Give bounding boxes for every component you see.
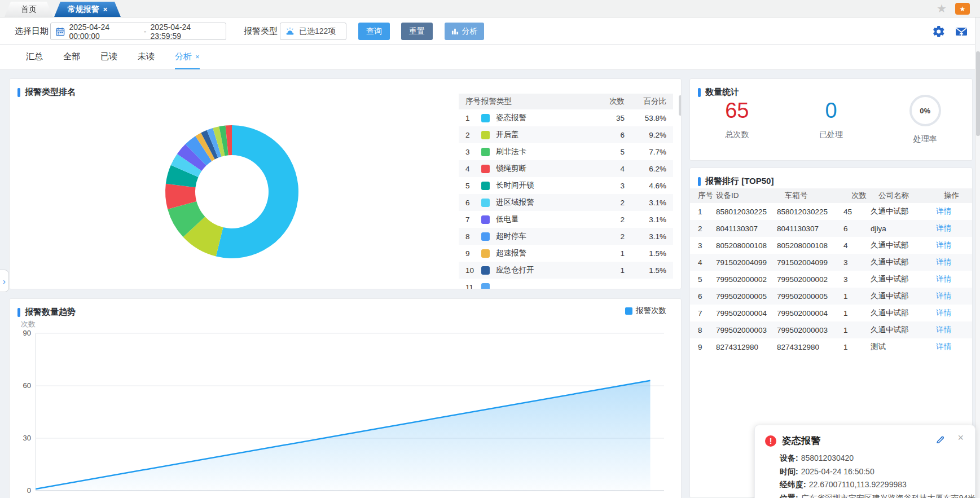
tab-regular-alarm[interactable]: 常规报警 ×: [54, 2, 121, 17]
view-tab-all[interactable]: 全部: [63, 45, 80, 69]
top50-title: 报警排行 [TOP50]: [705, 176, 774, 187]
view-tab-summary[interactable]: 汇总: [26, 45, 43, 69]
rank-row-percent: 9.2%: [625, 131, 673, 139]
popup-close-icon[interactable]: ×: [957, 432, 964, 444]
top50-table-row: 57995020000027995020000023久通中试部详情: [690, 271, 972, 288]
tab-home[interactable]: 首页: [5, 2, 53, 17]
top50-row-action-cell: 详情: [936, 206, 970, 217]
rank-table-row: 9超速报警11.5%: [459, 245, 673, 262]
type-color-swatch: [481, 283, 490, 290]
detail-link[interactable]: 详情: [936, 309, 951, 317]
stat-item-1: 0已处理: [784, 99, 878, 144]
rank-row-percent: 3.1%: [625, 232, 673, 241]
chevron-right-icon: ›: [3, 276, 6, 286]
rank-row-no: 4: [459, 165, 481, 173]
stat-label: 已处理: [819, 130, 843, 140]
rank-row-count: 6: [585, 131, 625, 139]
view-tab-unread[interactable]: 未读: [138, 45, 155, 69]
rank-table-row: 5长时间开锁34.6%: [459, 177, 673, 194]
rank-row-swatch-cell: [481, 199, 496, 207]
view-tab-analysis[interactable]: 分析 ×: [175, 45, 200, 69]
rank-table-row: 2开后盖69.2%: [459, 126, 673, 143]
view-tab-close-icon[interactable]: ×: [195, 52, 200, 61]
y-tick-label-90: 90: [11, 329, 31, 337]
tab-home-label: 首页: [21, 5, 37, 15]
top50-row-company: 久通中试部: [871, 308, 936, 318]
popup-field-label: 经纬度:: [780, 478, 806, 492]
page-scrollbar-track[interactable]: [975, 17, 980, 498]
alarm-type-donut: [159, 118, 305, 265]
edit-pencil-icon[interactable]: [935, 434, 946, 444]
top50-table-row: 38052080001088052080001084久通中试部详情: [690, 237, 972, 254]
rank-row-count: 35: [585, 114, 625, 122]
tab-close-icon[interactable]: ×: [103, 6, 108, 13]
top50-row-device-id: 858012030225: [708, 208, 777, 216]
date-label: 选择日期: [15, 26, 49, 37]
alert-icon: !: [765, 435, 776, 447]
trend-plot-area: [36, 333, 664, 491]
detail-link[interactable]: 详情: [936, 292, 951, 300]
alarm-type-select[interactable]: 已选122项: [280, 23, 346, 40]
query-button[interactable]: 查询: [358, 23, 390, 40]
top50-table-row: 2804113030780411303076djiya详情: [690, 220, 972, 237]
detail-link[interactable]: 详情: [936, 224, 951, 232]
page-scrollbar-thumb[interactable]: [976, 51, 980, 136]
reset-button[interactable]: 重置: [401, 23, 433, 40]
top50-row-no: 7: [690, 309, 708, 318]
detail-link[interactable]: 详情: [936, 342, 951, 351]
rank-row-count: 5: [585, 148, 625, 156]
trend-legend[interactable]: 报警次数: [625, 306, 666, 316]
detail-link[interactable]: 详情: [936, 207, 951, 215]
top50-row-no: 2: [690, 224, 708, 233]
view-tab-summary-label: 汇总: [26, 51, 43, 62]
analyze-button[interactable]: 分析: [445, 23, 484, 40]
mail-upload-icon[interactable]: [955, 25, 968, 38]
view-tab-all-label: 全部: [63, 51, 80, 62]
rank-row-no: 9: [459, 249, 481, 258]
rank-row-type-name: 姿态报警: [496, 113, 585, 123]
header-no: 序号: [690, 191, 716, 201]
detail-link[interactable]: 详情: [936, 258, 951, 266]
rank-row-type-name: 进区域报警: [496, 197, 585, 208]
popup-field-value: 22.67007110,113.92299983: [809, 478, 907, 492]
rank-row-count: 1: [585, 249, 625, 258]
popup-field: 经纬度:22.67007110,113.92299983: [780, 478, 965, 492]
trend-line-chart: [36, 333, 664, 491]
rank-row-no: 5: [459, 182, 481, 190]
rank-row-swatch-cell: [481, 165, 496, 173]
stats-title-row: 数量统计: [690, 79, 972, 98]
header-no: 序号: [459, 96, 481, 107]
top50-row-box-no: 858012030225: [777, 208, 843, 216]
view-tabs: 汇总 全部 已读 未读 分析 ×: [0, 45, 980, 70]
legend-square-icon: [625, 307, 632, 315]
top50-table-body: 185801203022585801203022545久通中试部详情280411…: [690, 203, 972, 355]
type-color-swatch: [481, 114, 490, 122]
bookmark-folder-icon[interactable]: ★: [955, 3, 970, 15]
rank-row-percent: 7.7%: [625, 148, 673, 156]
popup-field-label: 位置:: [780, 492, 798, 498]
rank-row-percent: 1.5%: [625, 249, 673, 258]
detail-link[interactable]: 详情: [936, 275, 951, 283]
view-tab-read-label: 已读: [100, 51, 117, 62]
header-count: 次数: [585, 96, 625, 107]
rank-table-scrollbar-thumb[interactable]: [679, 95, 682, 116]
view-tab-read[interactable]: 已读: [100, 45, 117, 69]
type-color-swatch: [481, 266, 490, 275]
rank-row-count: 2: [585, 215, 625, 224]
reset-button-label: 重置: [409, 27, 425, 37]
type-color-swatch: [481, 131, 490, 139]
rank-row-no: 8: [459, 232, 481, 241]
rank-row-percent: 53.8%: [625, 114, 673, 122]
alarm-dashboard: 首页 常规报警 × ★ ★ 选择日期 2025-04-24 00:00:00 -…: [0, 0, 980, 498]
detail-link[interactable]: 详情: [936, 241, 951, 249]
top50-row-action-cell: 详情: [936, 342, 970, 352]
top50-title-row: 报警排行 [TOP50]: [690, 168, 972, 187]
alarm-trend-panel: 报警数量趋势 报警次数 次数 0306090: [9, 298, 682, 498]
rank-row-type-name: 低电量: [496, 214, 585, 224]
gear-icon[interactable]: [932, 25, 946, 38]
rank-row-percent: 3.1%: [625, 199, 673, 207]
sidebar-expander[interactable]: ›: [0, 270, 9, 292]
detail-link[interactable]: 详情: [936, 325, 951, 334]
star-icon[interactable]: ★: [937, 2, 947, 15]
date-range-input[interactable]: 2025-04-24 00:00:00 - 2025-04-24 23:59:5…: [50, 23, 226, 40]
